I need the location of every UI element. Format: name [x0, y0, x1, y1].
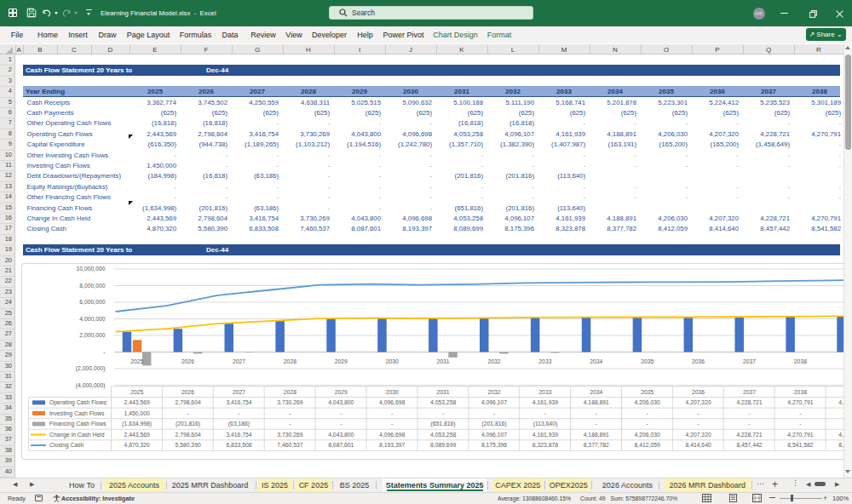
svg-text:-: - — [697, 421, 699, 427]
svg-text:(63,186): (63,186) — [227, 421, 249, 428]
svg-text:-: - — [646, 410, 648, 416]
svg-text:-: - — [187, 410, 188, 416]
svg-text:4,228,721: 4,228,721 — [736, 399, 762, 405]
svg-text:2028: 2028 — [283, 358, 296, 364]
svg-text:-: - — [391, 421, 393, 427]
svg-text:4,053,258: 4,053,258 — [430, 399, 456, 405]
svg-text:2030: 2030 — [385, 389, 398, 395]
svg-text:8,541,582: 8,541,582 — [787, 443, 813, 449]
svg-text:4,096,107: 4,096,107 — [481, 399, 506, 405]
svg-text:2029: 2029 — [334, 389, 347, 395]
svg-text:2038: 2038 — [793, 358, 806, 364]
svg-text:2033: 2033 — [538, 389, 551, 395]
svg-text:2,798,604: 2,798,604 — [175, 399, 200, 405]
svg-text:2035: 2035 — [641, 358, 653, 364]
svg-text:1,450,000: 1,450,000 — [124, 410, 149, 416]
svg-text:8,414,640: 8,414,640 — [685, 443, 711, 449]
svg-text:2029: 2029 — [334, 358, 347, 364]
svg-text:-: - — [340, 421, 342, 427]
svg-text:4,043,800: 4,043,800 — [328, 399, 354, 405]
svg-text:4,270,791: 4,270,791 — [787, 432, 813, 438]
svg-text:2035: 2035 — [641, 389, 653, 395]
svg-text:Closing Cash: Closing Cash — [49, 443, 84, 450]
svg-text:2031: 2031 — [436, 389, 449, 395]
svg-text:Change in Cash Held: Change in Cash Held — [49, 432, 105, 438]
svg-text:-: - — [697, 410, 699, 416]
svg-text:4,870,320: 4,870,320 — [124, 443, 149, 449]
svg-text:10,000,000: 10,000,000 — [76, 266, 105, 272]
svg-text:4,207,320: 4,207,320 — [685, 399, 711, 405]
svg-text:-: - — [748, 410, 750, 416]
svg-text:2030: 2030 — [385, 358, 398, 364]
svg-text:2,443,569: 2,443,569 — [124, 432, 149, 438]
svg-text:2033: 2033 — [538, 358, 551, 364]
svg-text:8,175,396: 8,175,396 — [481, 443, 506, 449]
svg-text:2,443,569: 2,443,569 — [124, 399, 149, 405]
svg-text:4,096,107: 4,096,107 — [481, 432, 506, 438]
svg-text:-: - — [289, 410, 291, 416]
svg-text:-: - — [103, 349, 105, 355]
svg-text:4,161,939: 4,161,939 — [532, 399, 557, 405]
svg-text:8,193,397: 8,193,397 — [379, 443, 405, 449]
svg-text:2032: 2032 — [487, 358, 500, 364]
svg-text:Operating Cash Flows: Operating Cash Flows — [49, 399, 107, 406]
svg-text:-: - — [238, 410, 239, 416]
svg-text:2028: 2028 — [283, 389, 296, 395]
svg-text:-: - — [595, 410, 596, 416]
svg-text:4,053,258: 4,053,258 — [430, 432, 456, 438]
svg-text:-: - — [799, 421, 801, 427]
svg-text:4,206,030: 4,206,030 — [634, 432, 659, 438]
svg-text:2,000,000: 2,000,000 — [79, 333, 105, 339]
svg-text:4,228,721: 4,228,721 — [736, 432, 762, 438]
svg-text:2,798,604: 2,798,604 — [175, 432, 200, 438]
svg-text:(1,634,998): (1,634,998) — [122, 421, 152, 428]
svg-text:5,580,390: 5,580,390 — [175, 443, 200, 449]
svg-text:4,043,800: 4,043,800 — [328, 432, 354, 438]
svg-text:-: - — [748, 421, 750, 427]
svg-text:4,096,698: 4,096,698 — [379, 432, 405, 438]
svg-text:(4,000,000): (4,000,000) — [75, 382, 105, 389]
svg-text:4,188,891: 4,188,891 — [583, 432, 608, 438]
svg-text:3,730,269: 3,730,269 — [277, 432, 302, 438]
svg-text:(201,816): (201,816) — [481, 421, 506, 428]
svg-text:2036: 2036 — [692, 358, 705, 364]
svg-text:4,206,030: 4,206,030 — [634, 399, 659, 405]
svg-text:3,416,754: 3,416,754 — [226, 432, 251, 438]
svg-text:2036: 2036 — [692, 389, 705, 395]
svg-text:8,412,059: 8,412,059 — [634, 443, 659, 449]
svg-text:8,377,782: 8,377,782 — [583, 443, 608, 449]
svg-text:4,161,939: 4,161,939 — [532, 432, 557, 438]
svg-text:6,000,000: 6,000,000 — [79, 300, 105, 306]
svg-text:3,416,754: 3,416,754 — [226, 399, 251, 405]
svg-text:-: - — [544, 410, 545, 416]
svg-text:-: - — [492, 410, 494, 416]
svg-text:-: - — [391, 410, 393, 416]
svg-text:2037: 2037 — [742, 358, 755, 364]
svg-text:-: - — [799, 410, 801, 416]
svg-text:4,096,698: 4,096,698 — [379, 399, 405, 405]
svg-text:2027: 2027 — [232, 358, 245, 364]
svg-text:-: - — [441, 410, 443, 416]
svg-text:4,000,000: 4,000,000 — [79, 316, 105, 322]
svg-text:(201,816): (201,816) — [176, 421, 200, 428]
svg-text:2038: 2038 — [793, 389, 806, 395]
svg-text:3,730,269: 3,730,269 — [277, 399, 302, 405]
svg-text:8,000,000: 8,000,000 — [79, 283, 105, 289]
svg-text:Investing Cash Flows: Investing Cash Flows — [49, 410, 105, 417]
svg-text:-: - — [289, 421, 291, 427]
svg-text:-: - — [646, 421, 648, 427]
svg-text:-: - — [340, 410, 342, 416]
svg-text:8,323,878: 8,323,878 — [532, 443, 557, 449]
svg-text:(113,640): (113,640) — [532, 421, 557, 428]
svg-text:2032: 2032 — [487, 389, 500, 395]
svg-text:-: - — [595, 421, 596, 427]
svg-text:4,207,320: 4,207,320 — [685, 432, 711, 438]
svg-text:Financing Cash Flows: Financing Cash Flows — [49, 421, 106, 428]
svg-text:6,833,508: 6,833,508 — [226, 443, 251, 449]
svg-text:2034: 2034 — [590, 358, 602, 364]
svg-text:8,457,442: 8,457,442 — [736, 443, 762, 449]
svg-text:8,087,601: 8,087,601 — [328, 443, 354, 449]
svg-text:2025: 2025 — [130, 358, 143, 364]
svg-text:2026: 2026 — [181, 389, 194, 395]
svg-text:(651,816): (651,816) — [430, 421, 455, 428]
